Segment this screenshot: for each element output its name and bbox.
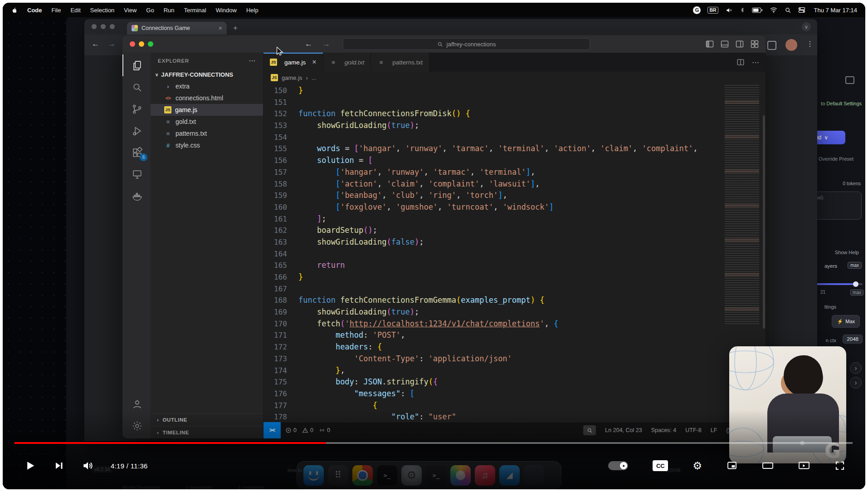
- tab-gold.txt[interactable]: ≡gold.txt: [323, 53, 371, 72]
- more-actions-icon[interactable]: ⋯: [752, 58, 759, 67]
- code-line-162[interactable]: 162 boardSetup();: [263, 225, 766, 236]
- activity-extensions[interactable]: 6: [122, 142, 151, 163]
- file-item-game.js[interactable]: JSgame.js: [151, 104, 263, 116]
- code-line-164[interactable]: 164: [263, 248, 766, 260]
- customize-layout-icon[interactable]: [750, 39, 759, 49]
- panel-toggle-icon[interactable]: [845, 76, 854, 84]
- code-line-157[interactable]: 157 ['hangar', 'runway', 'tarmac', 'term…: [263, 167, 766, 178]
- code-line-170[interactable]: 170 fetch('http://localhost:1234/v1/chat…: [263, 318, 766, 330]
- fullscreen-button[interactable]: [834, 460, 845, 471]
- code-line-153[interactable]: 153 showGridLoading(true);: [263, 120, 766, 132]
- tab-search-button[interactable]: ∨: [802, 22, 811, 31]
- code-line-165[interactable]: 165 return: [263, 260, 766, 271]
- code-line-171[interactable]: 171 method: 'POST',: [263, 330, 766, 341]
- volume-button[interactable]: [82, 460, 93, 472]
- captions-button[interactable]: CC: [653, 460, 668, 471]
- code-line-155[interactable]: 155 words = ['hangar', 'runway', 'tarmac…: [263, 143, 766, 155]
- max-button[interactable]: ⚡Max: [832, 315, 860, 328]
- code-line-160[interactable]: 160 ['foxglove', 'gumshoe', 'turncoat', …: [263, 202, 766, 213]
- code-line-156[interactable]: 156 solution = [: [263, 155, 766, 167]
- split-editor-icon[interactable]: [736, 58, 745, 66]
- go-back-button[interactable]: ←: [305, 39, 312, 49]
- activity-source-control[interactable]: [122, 98, 151, 120]
- toggle-secondary-sidebar-icon[interactable]: [735, 39, 744, 49]
- code-line-172[interactable]: 172 headers: {: [263, 341, 766, 353]
- layers-max-badge[interactable]: max: [848, 262, 862, 269]
- prompt-input[interactable]: nal): [812, 192, 862, 220]
- code-editor[interactable]: 150}151152function fetchConnectionsFromD…: [263, 84, 766, 422]
- code-line-169[interactable]: 169 showGridLoading(true);: [263, 306, 766, 318]
- close-tab-icon[interactable]: ×: [312, 58, 316, 66]
- autoplay-toggle[interactable]: [608, 461, 628, 470]
- activity-remote-explorer[interactable]: [122, 163, 151, 185]
- activity-run-debug[interactable]: [122, 120, 151, 142]
- reset-default-settings-link[interactable]: to Default Settings: [821, 101, 862, 106]
- go-forward-button[interactable]: →: [322, 39, 330, 49]
- more-actions-icon[interactable]: ⋯: [249, 57, 256, 65]
- code-line-168[interactable]: 168function fetchConnectionsFromGemma(ex…: [263, 295, 766, 306]
- browser-back-button[interactable]: ←: [92, 39, 99, 49]
- file-item-style.css[interactable]: #style.css: [151, 139, 263, 151]
- menu-item-view[interactable]: View: [124, 7, 137, 14]
- code-line-159[interactable]: 159 ['beanbag', 'club', 'ring', 'torch']…: [263, 190, 766, 202]
- code-line-152[interactable]: 152function fetchConnectionsFromDisk() {: [263, 108, 766, 120]
- menu-item-window[interactable]: Window: [216, 7, 237, 14]
- profile-avatar[interactable]: [785, 39, 797, 51]
- minimize-window-icon[interactable]: [101, 24, 106, 29]
- bluetooth-icon[interactable]: [740, 6, 745, 14]
- menu-item-selection[interactable]: Selection: [90, 7, 114, 14]
- new-tab-button[interactable]: +: [233, 24, 238, 33]
- close-window-icon[interactable]: [130, 41, 135, 47]
- code-line-176[interactable]: 176 "messages": [: [263, 388, 766, 400]
- menu-item-terminal[interactable]: Terminal: [184, 7, 206, 14]
- code-line-154[interactable]: 154: [263, 132, 766, 143]
- token-ctx-value[interactable]: 2048: [843, 335, 863, 344]
- apple-icon[interactable]: [11, 6, 18, 14]
- code-line-167[interactable]: 167: [263, 283, 766, 295]
- theater-mode-button[interactable]: [762, 460, 774, 471]
- toggle-panel-icon[interactable]: [720, 39, 729, 49]
- code-line-161[interactable]: 161 ];: [263, 213, 766, 225]
- code-line-150[interactable]: 150}: [263, 85, 766, 97]
- collapse-panel-button[interactable]: ›: [850, 362, 862, 374]
- menu-item-edit[interactable]: Edit: [70, 7, 80, 14]
- menu-item-go[interactable]: Go: [146, 7, 154, 14]
- editor-scrollbar[interactable]: [763, 115, 765, 329]
- progress-bar[interactable]: [15, 442, 853, 444]
- command-center-search[interactable]: jaffrey-connections: [343, 38, 590, 50]
- menu-item-help[interactable]: Help: [246, 7, 258, 14]
- code-line-151[interactable]: 151: [263, 97, 766, 108]
- extensions-icon[interactable]: [767, 41, 776, 50]
- play-button[interactable]: [24, 459, 36, 472]
- browser-tab[interactable]: Connections Game ×: [127, 22, 227, 34]
- file-item-gold.txt[interactable]: ≡gold.txt: [151, 116, 263, 128]
- activity-docker[interactable]: [122, 185, 151, 207]
- workspace-root-item[interactable]: ∨ JAFFREY-CONNECTIONS: [151, 69, 263, 80]
- tab-patterns.txt[interactable]: ≡patterns.txt: [371, 53, 429, 72]
- play-on-tv-button[interactable]: [798, 460, 810, 471]
- activity-search[interactable]: [122, 76, 151, 98]
- volume-muted-icon[interactable]: [725, 7, 733, 14]
- code-line-163[interactable]: 163 showGridLoading(false);: [263, 236, 766, 248]
- browser-menu-icon[interactable]: ⋮: [806, 39, 814, 48]
- zoom-window-icon[interactable]: [110, 24, 115, 29]
- menu-bar-clock[interactable]: Thu 7 Mar 17:14: [814, 7, 857, 14]
- menu-item-file[interactable]: File: [52, 7, 61, 14]
- minimap[interactable]: [725, 85, 759, 325]
- file-item-patterns.txt[interactable]: ≡patterns.txt: [151, 128, 263, 139]
- activity-explorer[interactable]: [122, 54, 151, 76]
- code-line-175[interactable]: 175 body: JSON.stringify({: [263, 376, 766, 388]
- toggle-sidebar-icon[interactable]: [705, 39, 714, 49]
- show-help-link[interactable]: Show Help: [835, 250, 859, 255]
- slider-knob[interactable]: [853, 281, 858, 287]
- tab-game.js[interactable]: JSgame.js×: [263, 53, 323, 72]
- file-item-connections.html[interactable]: <>connections.html: [151, 92, 263, 104]
- player-settings-icon[interactable]: ⚙: [692, 460, 702, 472]
- browser-forward-button[interactable]: →: [108, 39, 116, 49]
- miniplayer-button[interactable]: [727, 460, 737, 471]
- battery-icon[interactable]: [752, 7, 763, 13]
- minimize-window-icon[interactable]: [139, 41, 144, 47]
- close-tab-icon[interactable]: ×: [219, 25, 222, 32]
- input-source-badge[interactable]: BR: [707, 7, 718, 14]
- breadcrumb[interactable]: JS game.js › ...: [263, 72, 766, 84]
